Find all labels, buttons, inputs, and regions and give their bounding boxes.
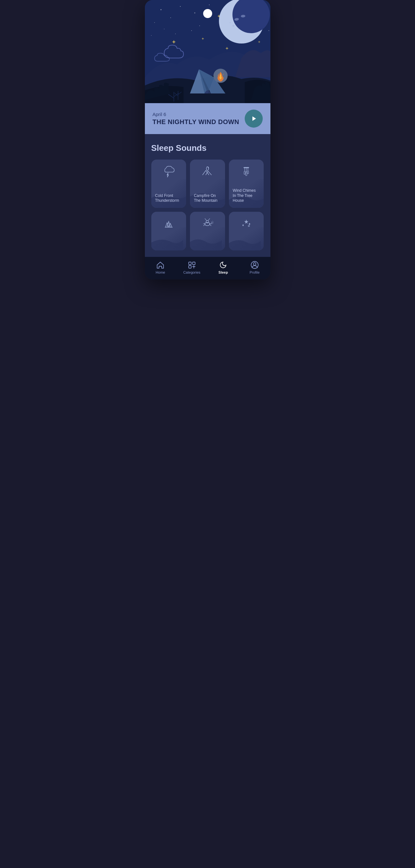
nav-label-home: Home (156, 271, 165, 274)
svg-rect-44 (244, 171, 245, 174)
svg-point-3 (180, 6, 181, 7)
sleep-sounds-section: Sleep Sounds Cold Front Thunderstorm (145, 134, 271, 257)
svg-point-10 (154, 22, 155, 23)
svg-rect-54 (189, 266, 191, 268)
cold-front-label: Cold Front Thunderstorm (155, 193, 182, 204)
sound-card-forest[interactable] (151, 212, 186, 250)
sounds-grid-row1: Cold Front Thunderstorm Campfire On (151, 159, 264, 208)
svg-marker-50 (244, 219, 248, 224)
play-button[interactable] (245, 110, 263, 128)
hero-section (145, 0, 271, 103)
crickets-icon (194, 217, 221, 231)
nav-item-categories[interactable]: Categories (176, 261, 208, 274)
svg-point-51 (248, 225, 249, 226)
nav-label-categories: Categories (183, 271, 200, 274)
sound-card-stars[interactable] (229, 212, 264, 250)
svg-point-17 (191, 30, 192, 31)
svg-rect-45 (246, 172, 247, 176)
stars-icon (233, 217, 260, 231)
svg-rect-52 (189, 262, 191, 265)
section-title: Sleep Sounds (151, 143, 264, 153)
svg-rect-53 (193, 262, 195, 265)
wind-chimes-icon (233, 165, 260, 179)
nav-label-profile: Profile (249, 271, 260, 274)
svg-point-38 (203, 9, 212, 18)
sound-card-campfire[interactable]: Campfire On The Mountain (190, 159, 225, 208)
svg-point-4 (194, 12, 195, 13)
nav-item-profile[interactable]: Profile (239, 261, 271, 274)
nav-label-sleep: Sleep (219, 271, 228, 274)
forest-icon (155, 217, 182, 231)
phone-container: April 6 THE NIGHTLY WIND DOWN Sleep Soun… (145, 0, 271, 279)
svg-marker-39 (252, 116, 256, 121)
campfire-icon (194, 165, 221, 179)
svg-point-1 (160, 9, 161, 10)
thunderstorm-icon (155, 165, 182, 179)
wind-chimes-label: Wind Chimes In The Tree House (233, 188, 260, 204)
svg-point-11 (164, 29, 165, 29)
svg-point-49 (206, 220, 209, 223)
svg-point-55 (253, 263, 256, 265)
svg-point-2 (170, 18, 171, 18)
sounds-grid-row2 (151, 212, 264, 250)
campfire-label: Campfire On The Mountain (194, 193, 221, 204)
nav-item-sleep[interactable]: Sleep (208, 261, 239, 274)
svg-point-15 (151, 35, 152, 36)
sound-card-cold-front-thunderstorm[interactable]: Cold Front Thunderstorm (151, 159, 186, 208)
svg-point-12 (199, 26, 200, 26)
nav-item-home[interactable]: Home (145, 261, 176, 274)
svg-rect-40 (244, 167, 249, 168)
featured-date: April 6 (152, 112, 239, 117)
svg-point-5 (209, 4, 210, 5)
svg-rect-46 (247, 171, 248, 174)
sound-card-crickets[interactable] (190, 212, 225, 250)
featured-text: April 6 THE NIGHTLY WIND DOWN (152, 112, 239, 126)
svg-point-20 (269, 30, 269, 31)
featured-section: April 6 THE NIGHTLY WIND DOWN (145, 103, 271, 134)
featured-title: THE NIGHTLY WIND DOWN (152, 118, 239, 126)
svg-point-31 (233, 25, 234, 27)
svg-point-16 (175, 33, 176, 34)
svg-point-33 (238, 28, 239, 30)
svg-point-32 (230, 22, 231, 23)
sound-card-wind-chimes[interactable]: Wind Chimes In The Tree House (229, 159, 264, 208)
bottom-nav: Home Categories Sleep (145, 257, 271, 279)
